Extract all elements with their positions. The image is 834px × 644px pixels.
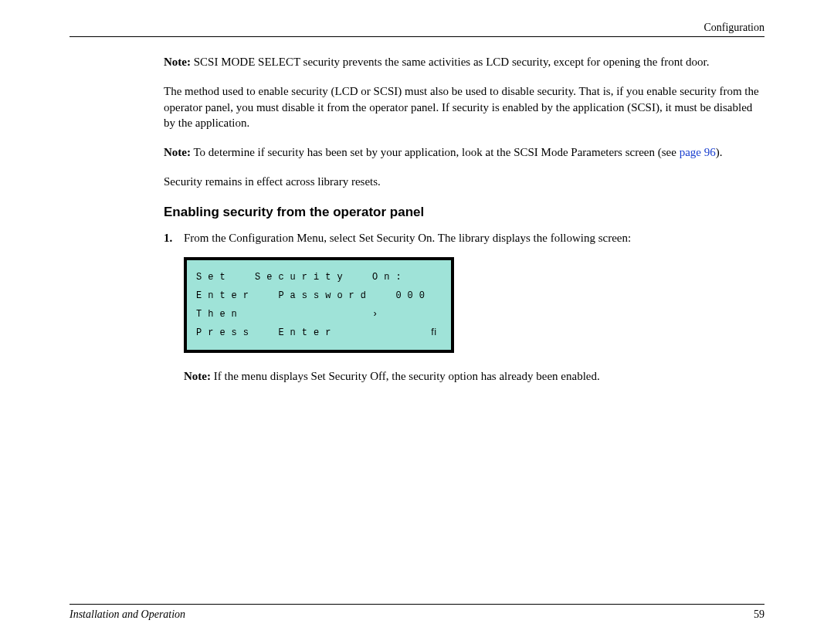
step-number: 1. — [164, 230, 184, 246]
page-number: 59 — [754, 608, 764, 621]
note-text: SCSI MODE SELECT security prevents the s… — [194, 56, 710, 68]
step-text: From the Configuration Menu, select Set … — [184, 230, 764, 246]
body-paragraph-1: The method used to enable security (LCD … — [164, 83, 764, 130]
lcd-line-4: Press Enter ﬁ — [196, 327, 442, 338]
section-title: Configuration — [703, 22, 764, 33]
page-footer: Installation and Operation 59 — [70, 604, 764, 621]
page-link[interactable]: page 96 — [680, 146, 716, 158]
lcd-screen: Set Security On: Enter Password 000 Then… — [184, 257, 454, 353]
note-label: Note: — [164, 146, 191, 158]
note-block-1: Note: SCSI MODE SELECT security prevents… — [164, 54, 764, 69]
note-label: Note: — [164, 56, 191, 68]
note-label: Note: — [184, 370, 211, 382]
note-block-2: Note: To determine if security has been … — [164, 144, 764, 160]
footer-title: Installation and Operation — [70, 608, 185, 621]
lcd-line-2: Enter Password 000 — [196, 290, 431, 301]
subheading: Enabling security from the operator pane… — [164, 204, 764, 222]
lcd-line-1: Set Security On: — [196, 272, 408, 283]
note-text-a: To determine if security has been set by… — [193, 146, 679, 158]
note-block-3: Note: If the menu displays Set Security … — [184, 368, 764, 384]
lcd-line-3: Then › — [196, 309, 384, 320]
step-1: 1. From the Configuration Menu, select S… — [164, 230, 764, 246]
page-header: Configuration — [70, 22, 764, 37]
note-text-b: ). — [716, 146, 723, 158]
note-text: If the menu displays Set Security Off, t… — [214, 370, 600, 382]
body-paragraph-2: Security remains in effect across librar… — [164, 174, 764, 189]
